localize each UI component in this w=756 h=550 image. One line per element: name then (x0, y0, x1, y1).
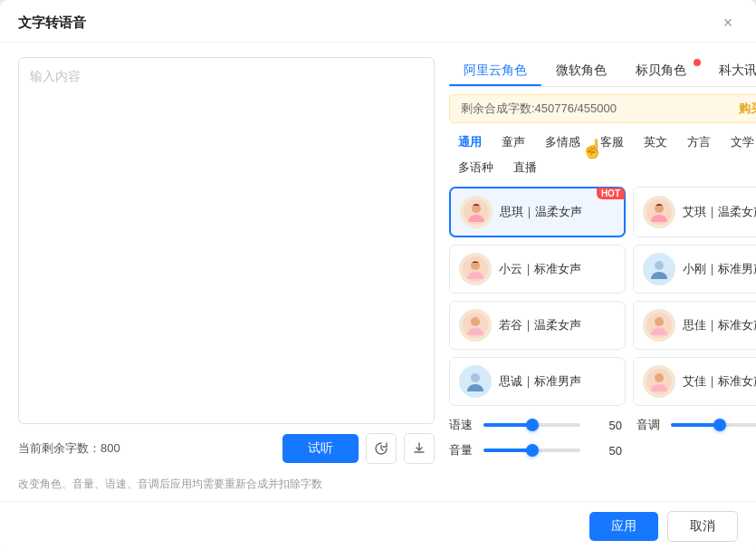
voice-card-aiyun[interactable]: 艾琪｜温柔女声 HOT (633, 187, 756, 237)
svg-point-15 (655, 373, 664, 382)
dialog-body: 输入内容 当前剩余字数：800 试听 (0, 43, 756, 471)
voice-card-ruogu[interactable]: 若谷｜温柔女声 (449, 301, 626, 350)
dialog-header: 文字转语音 × (0, 0, 756, 43)
left-footer: 当前剩余字数：800 试听 (18, 424, 435, 471)
svg-point-9 (471, 317, 480, 326)
left-panel: 输入内容 当前剩余字数：800 试听 (18, 57, 435, 471)
tab-microsoft[interactable]: 微软角色 (541, 57, 621, 86)
quota-text: 剩余合成字数:450776/455000 (461, 101, 617, 117)
download-button[interactable] (404, 433, 435, 464)
cat-tab-multilang[interactable]: 多语种 (449, 156, 502, 179)
voice-card-sijia[interactable]: 思佳｜标准女声 (633, 301, 756, 350)
text-input-placeholder: 输入内容 (30, 69, 81, 85)
voice-avatar-sijia (643, 309, 675, 342)
speed-value: 50 (588, 419, 622, 432)
quota-link[interactable]: 购买增值包 (739, 101, 756, 117)
voice-avatar-xiaoyun (459, 253, 492, 285)
cat-tab-dialect[interactable]: 方言 (678, 130, 720, 154)
history-icon (374, 441, 388, 456)
voice-card-xiaogang[interactable]: 小刚｜标准男声 (633, 245, 756, 294)
tab-xunfei[interactable]: 科大讯飞角色 (704, 57, 756, 86)
cat-tab-general[interactable]: 通用 (449, 130, 491, 154)
cat-tab-live[interactable]: 直播 (504, 156, 546, 179)
right-panel: 阿里云角色 微软角色 标贝角色 科大讯飞角色 剩余合成字数:450776/455… (449, 57, 756, 471)
speed-label: 语速 (449, 417, 476, 433)
dialog-footer: 应用 取消 (0, 501, 756, 550)
tab-biaobei[interactable]: 标贝角色 (621, 57, 704, 86)
voice-card-siqin[interactable]: 思琪｜温柔女声 HOT (449, 187, 626, 237)
quota-bar: 剩余合成字数:450776/455000 购买增值包 (449, 94, 756, 123)
history-button[interactable] (366, 433, 397, 464)
cat-tab-literature[interactable]: 文学 (722, 130, 756, 154)
voice-name-aijia: 艾佳｜标准女声 (683, 373, 756, 390)
speed-slider[interactable] (483, 423, 580, 427)
tab-aliyun[interactable]: 阿里云角色 (449, 57, 541, 86)
cat-tab-service[interactable]: 客服 (591, 130, 633, 154)
voice-name-xiaogang: 小刚｜标准男声 (683, 261, 756, 277)
apply-button[interactable]: 应用 (589, 512, 658, 541)
download-icon (412, 441, 426, 456)
pitch-label: 音调 (636, 417, 664, 433)
voice-avatar-aijia (643, 365, 675, 398)
tts-dialog: 文字转语音 × 输入内容 当前剩余字数：800 试听 (0, 0, 756, 550)
close-button[interactable]: × (718, 13, 738, 33)
cancel-button[interactable]: 取消 (667, 511, 738, 542)
provider-tabs: 阿里云角色 微软角色 标贝角色 科大讯飞角色 (449, 57, 756, 87)
voice-name-sicheng: 思诚｜标准男声 (499, 373, 581, 390)
voice-avatar-xiaogang (643, 253, 675, 285)
voice-avatar-ruogu (459, 309, 492, 342)
dialog-title: 文字转语音 (18, 14, 86, 32)
sliders-area: 语速 50 音调 (449, 413, 756, 471)
cat-tab-child[interactable]: 童声 (493, 130, 534, 154)
hot-badge-siqin: HOT (597, 188, 625, 199)
voice-card-sicheng[interactable]: 思诚｜标准男声 (449, 357, 626, 406)
preview-button[interactable]: 试听 (282, 434, 359, 463)
voice-grid: 思琪｜温柔女声 HOT 艾琪｜温柔女声 HOT (449, 187, 756, 406)
voice-card-aijia[interactable]: 艾佳｜标准女声 (633, 357, 756, 406)
voice-card-xiaoyun[interactable]: 小云｜标准女声 (449, 245, 626, 294)
volume-value: 50 (588, 444, 622, 458)
voice-avatar-sicheng (459, 365, 492, 398)
pitch-slider[interactable] (671, 423, 756, 427)
voice-name-sijia: 思佳｜标准女声 (683, 317, 756, 333)
volume-label: 音量 (449, 442, 476, 458)
tab-badge (694, 59, 701, 66)
volume-slider[interactable] (483, 449, 580, 452)
footer-note: 改变角色、音量、语速、音调后应用均需要重新合成并扣除字数 (0, 471, 756, 501)
text-input-area[interactable]: 输入内容 (18, 57, 435, 424)
left-actions: 试听 (282, 433, 435, 464)
remaining-count: 当前剩余字数：800 (18, 440, 120, 457)
cat-tab-english[interactable]: 英文 (635, 130, 676, 154)
voice-name-aiyun: 艾琪｜温柔女声 (683, 204, 756, 220)
voice-name-siqin: 思琪｜温柔女声 (500, 204, 582, 220)
svg-point-13 (471, 373, 480, 382)
voice-avatar-siqin (460, 196, 493, 228)
svg-point-7 (655, 261, 664, 270)
voice-name-xiaoyun: 小云｜标准女声 (499, 261, 581, 277)
category-tabs: 通用 童声 多情感 ☝ 客服 英文 方言 文学 多语种 直播 (449, 130, 756, 179)
cat-tab-emotion[interactable]: 多情感 ☝ (536, 130, 589, 154)
svg-point-11 (655, 317, 664, 326)
voice-name-ruogu: 若谷｜温柔女声 (499, 317, 581, 333)
voice-avatar-aiyun (643, 196, 675, 228)
